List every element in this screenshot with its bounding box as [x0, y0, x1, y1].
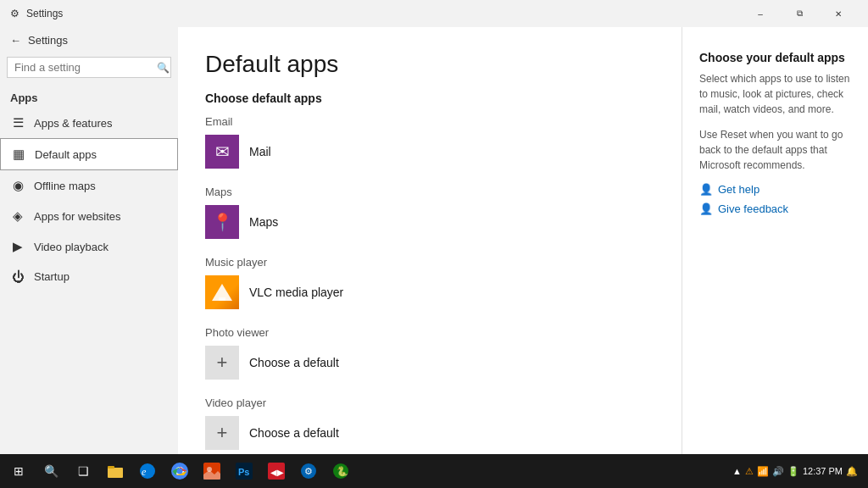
sidebar-item-label: Default apps — [35, 148, 97, 161]
email-app-row[interactable]: ✉ Mail — [205, 135, 654, 169]
maps-app-row[interactable]: 📍 Maps — [205, 205, 654, 239]
vlc-app-name: VLC media player — [249, 286, 343, 299]
network-icon: ▲ — [732, 466, 742, 476]
section-title: Choose default apps — [205, 92, 654, 105]
startup-icon: ⏻ — [10, 269, 25, 284]
photo-plus-icon: + — [205, 346, 239, 380]
page-title: Default apps — [205, 51, 654, 78]
photo-label: Photo viewer — [205, 326, 654, 339]
svg-text:🐍: 🐍 — [337, 465, 348, 477]
photo-app-row[interactable]: + Choose a default — [205, 346, 654, 380]
titlebar-controls: – ⧉ ✕ — [741, 0, 858, 27]
svg-text:◀▶: ◀▶ — [270, 468, 284, 477]
main-content: Default apps Choose default apps Email ✉… — [178, 27, 682, 454]
taskbar-chrome[interactable] — [164, 456, 195, 486]
offline-maps-icon: ◉ — [10, 178, 25, 193]
settings-icon: ⚙ — [10, 8, 19, 19]
taskbar-time[interactable]: 12:37 PM — [803, 466, 843, 476]
photo-category: Photo viewer + Choose a default — [205, 326, 654, 380]
give-feedback-link[interactable]: 👤 Give feedback — [699, 202, 851, 215]
sidebar-item-label: Startup — [34, 270, 70, 283]
vlc-icon — [205, 275, 239, 309]
sidebar-item-startup[interactable]: ⏻ Startup — [0, 262, 178, 291]
taskbar-app6[interactable]: ◀▶ — [261, 456, 292, 486]
task-view-button[interactable]: ❑ — [68, 456, 98, 486]
right-panel-title: Choose your default apps — [699, 51, 851, 64]
sidebar: ← Settings 🔍 Apps ☰ Apps & features ▦ De… — [0, 27, 178, 454]
sidebar-item-label: Apps & features — [34, 117, 113, 130]
titlebar-left: ⚙ Settings — [10, 8, 63, 19]
restore-button[interactable]: ⧉ — [780, 0, 819, 27]
close-button[interactable]: ✕ — [819, 0, 858, 27]
svg-text:e: e — [142, 466, 147, 478]
give-feedback-icon: 👤 — [699, 202, 713, 215]
warning-icon: ⚠ — [745, 466, 754, 477]
apps-websites-icon: ◈ — [10, 208, 25, 224]
taskbar-photos[interactable] — [197, 456, 227, 486]
sidebar-item-video-playback[interactable]: ▶ Video playback — [0, 231, 178, 262]
photo-app-name: Choose a default — [249, 356, 339, 369]
get-help-icon: 👤 — [699, 183, 713, 196]
sidebar-back-button[interactable]: ← Settings — [0, 27, 178, 53]
get-help-link[interactable]: 👤 Get help — [699, 183, 851, 196]
sidebar-item-offline-maps[interactable]: ◉ Offline maps — [0, 170, 178, 201]
maps-app-name: Maps — [249, 215, 278, 229]
video-playback-icon: ▶ — [10, 239, 25, 254]
start-button[interactable]: ⊞ — [3, 456, 34, 486]
wifi-icon: 📶 — [757, 466, 769, 477]
right-panel: Choose your default apps Select which ap… — [682, 27, 868, 454]
battery-icon: 🔋 — [787, 466, 799, 477]
svg-point-13 — [177, 469, 183, 474]
maps-app-icon: 📍 — [205, 205, 239, 239]
search-icon: 🔍 — [157, 62, 170, 74]
right-panel-desc1: Select which apps to use to listen to mu… — [699, 71, 851, 117]
svg-text:⚙: ⚙ — [304, 466, 313, 476]
sidebar-item-apps-websites[interactable]: ◈ Apps for websites — [0, 201, 178, 231]
video-app-row[interactable]: + Choose a default — [205, 416, 654, 450]
sidebar-section-label: Apps — [0, 85, 178, 108]
video-category: Video player + Choose a default — [205, 396, 654, 450]
sidebar-item-default-apps[interactable]: ▦ Default apps — [0, 138, 178, 170]
music-label: Music player — [205, 256, 654, 269]
right-panel-desc2: Use Reset when you want to go back to th… — [699, 127, 851, 173]
search-input[interactable] — [14, 61, 157, 74]
svg-rect-8 — [108, 466, 114, 469]
sidebar-item-label: Video playback — [34, 241, 108, 253]
sidebar-item-label: Apps for websites — [34, 210, 121, 223]
music-app-row[interactable]: VLC media player — [205, 275, 654, 309]
maps-label: Maps — [205, 186, 654, 198]
titlebar: ⚙ Settings – ⧉ ✕ — [0, 0, 868, 27]
back-icon: ← — [10, 34, 21, 47]
default-apps-icon: ▦ — [11, 147, 26, 162]
taskbar-settings[interactable]: ⚙ — [293, 456, 324, 486]
video-app-name: Choose a default — [249, 426, 339, 440]
taskbar-file-explorer[interactable] — [100, 456, 131, 486]
maps-category: Maps 📍 Maps — [205, 186, 654, 239]
search-button[interactable]: 🔍 — [36, 456, 66, 486]
taskbar: ⊞ 🔍 ❑ e Ps ◀▶ ⚙ 🐍 ▲ ⚠ 📶 🔊 🔋 — [0, 454, 868, 488]
taskbar-ps[interactable]: Ps — [229, 456, 259, 486]
sidebar-item-label: Offline maps — [34, 180, 96, 192]
sound-icon: 🔊 — [772, 466, 784, 477]
titlebar-title: Settings — [26, 8, 63, 19]
svg-text:Ps: Ps — [238, 467, 249, 477]
mail-icon: ✉ — [205, 135, 239, 169]
search-box[interactable]: 🔍 — [7, 57, 171, 78]
give-feedback-label: Give feedback — [718, 202, 788, 215]
back-label: Settings — [28, 34, 68, 47]
email-category: Email ✉ Mail — [205, 115, 654, 169]
video-label: Video player — [205, 396, 654, 409]
taskbar-app8[interactable]: 🐍 — [326, 456, 356, 486]
taskbar-sys-tray: ▲ ⚠ 📶 🔊 🔋 12:37 PM 🔔 — [726, 466, 865, 477]
notifications-icon[interactable]: 🔔 — [846, 466, 858, 477]
minimize-button[interactable]: – — [741, 0, 780, 27]
video-plus-icon: + — [205, 416, 239, 450]
mail-app-name: Mail — [249, 145, 271, 158]
music-category: Music player VLC media player — [205, 256, 654, 309]
email-label: Email — [205, 115, 654, 128]
get-help-label: Get help — [718, 183, 760, 196]
taskbar-edge[interactable]: e — [132, 456, 163, 486]
apps-features-icon: ☰ — [10, 115, 25, 130]
sidebar-item-apps-features[interactable]: ☰ Apps & features — [0, 108, 178, 138]
svg-rect-1 — [219, 297, 225, 301]
